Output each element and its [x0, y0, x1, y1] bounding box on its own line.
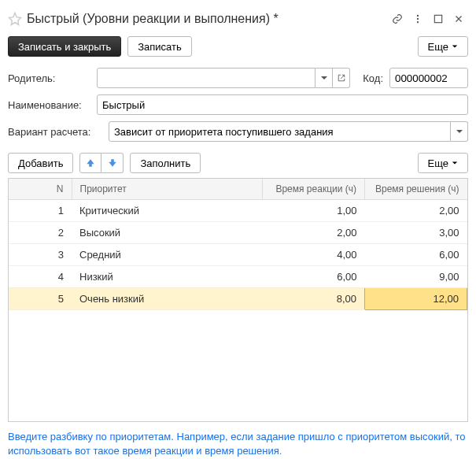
cell-priority[interactable]: Высокий	[72, 222, 263, 244]
name-row: Наименование:	[8, 91, 468, 118]
svg-point-1	[417, 18, 419, 20]
col-reaction-header[interactable]: Время реакции (ч)	[263, 179, 365, 200]
cell-resolution[interactable]: 12,00	[365, 288, 467, 310]
parent-input[interactable]	[97, 68, 315, 88]
code-label: Код:	[363, 72, 383, 84]
cell-resolution[interactable]: 6,00	[365, 244, 467, 266]
cell-resolution[interactable]: 2,00	[365, 200, 467, 222]
save-button[interactable]: Записать	[127, 36, 192, 57]
col-n-header[interactable]: N	[9, 179, 72, 200]
cell-priority[interactable]: Критический	[72, 200, 263, 222]
move-down-button[interactable]	[101, 153, 124, 173]
cell-priority[interactable]: Очень низкий	[72, 288, 263, 310]
chevron-down-icon	[452, 160, 458, 166]
more-button[interactable]: Еще	[418, 36, 468, 57]
cell-n[interactable]: 4	[9, 266, 72, 288]
cell-n[interactable]: 2	[9, 222, 72, 244]
svg-point-2	[417, 21, 419, 23]
name-input[interactable]	[97, 94, 468, 115]
calc-label: Вариант расчета:	[8, 126, 102, 138]
cell-reaction[interactable]: 1,00	[263, 200, 365, 222]
svg-rect-3	[434, 15, 441, 22]
cell-reaction[interactable]: 4,00	[263, 244, 365, 266]
table-row[interactable]: 4Низкий6,009,00	[9, 266, 467, 288]
table-row[interactable]: 5Очень низкий8,0012,00	[9, 288, 467, 310]
table-row[interactable]: 3Средний4,006,00	[9, 244, 467, 266]
priority-table[interactable]: N Приоритет Время реакции (ч) Время реше…	[8, 178, 468, 422]
calc-input[interactable]	[109, 121, 451, 142]
cell-n[interactable]: 3	[9, 244, 72, 266]
save-close-button[interactable]: Записать и закрыть	[8, 36, 121, 57]
svg-point-0	[417, 15, 419, 17]
cell-resolution[interactable]: 3,00	[365, 222, 467, 244]
move-up-button[interactable]	[79, 153, 101, 173]
main-toolbar: Записать и закрыть Записать Еще	[8, 31, 468, 65]
parent-open-button[interactable]	[333, 68, 350, 88]
hint-text: Введите разбивку по приоритетам. Наприме…	[8, 422, 468, 458]
cell-n[interactable]: 5	[9, 288, 72, 310]
cell-reaction[interactable]: 6,00	[263, 266, 365, 288]
cell-resolution[interactable]: 9,00	[365, 266, 467, 288]
table-toolbar: Добавить Заполнить Еще	[8, 145, 468, 178]
table-more-button[interactable]: Еще	[418, 153, 468, 173]
cell-reaction[interactable]: 8,00	[263, 288, 365, 310]
parent-dropdown-button[interactable]	[315, 68, 333, 88]
col-resolution-header[interactable]: Время решения (ч)	[365, 179, 467, 200]
col-priority-header[interactable]: Приоритет	[72, 179, 263, 200]
link-icon[interactable]	[388, 9, 407, 28]
cell-n[interactable]: 1	[9, 200, 72, 222]
calc-dropdown-button[interactable]	[451, 121, 468, 142]
title-bar: Быстрый (Уровни реакции и выполнения) *	[8, 6, 468, 31]
cell-priority[interactable]: Средний	[72, 244, 263, 266]
table-row[interactable]: 2Высокий2,003,00	[9, 222, 467, 244]
maximize-icon[interactable]	[429, 9, 448, 28]
name-label: Наименование:	[8, 99, 90, 111]
table-row[interactable]: 1Критический1,002,00	[9, 200, 467, 222]
code-input[interactable]	[389, 68, 468, 88]
cell-reaction[interactable]: 2,00	[263, 222, 365, 244]
kebab-menu-icon[interactable]	[408, 9, 427, 28]
window-title: Быстрый (Уровни реакции и выполнения) *	[27, 12, 383, 26]
add-button[interactable]: Добавить	[8, 153, 73, 173]
close-icon[interactable]	[449, 9, 468, 28]
cell-priority[interactable]: Низкий	[72, 266, 263, 288]
chevron-down-icon	[452, 43, 458, 50]
calc-row: Вариант расчета:	[8, 118, 468, 145]
parent-label: Родитель:	[8, 72, 90, 84]
fill-button[interactable]: Заполнить	[130, 153, 201, 173]
parent-row: Родитель: Код:	[8, 65, 468, 91]
favorite-star-icon[interactable]	[8, 12, 22, 26]
